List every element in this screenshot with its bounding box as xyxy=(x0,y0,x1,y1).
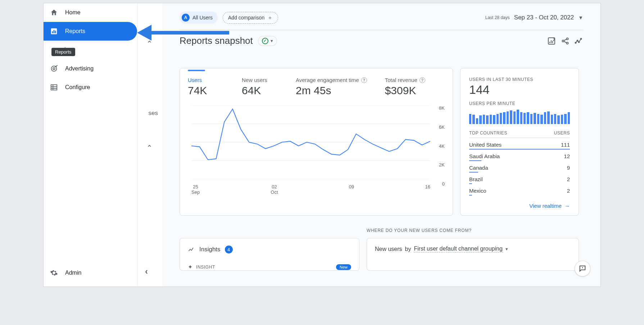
metric-revenue-value: $309K xyxy=(385,84,425,97)
nav-configure[interactable]: Configure xyxy=(44,78,137,97)
insights-spark-icon xyxy=(188,246,195,253)
metric-new-users[interactable]: New users 64K xyxy=(242,77,278,97)
col-top-countries: TOP COUNTRIES xyxy=(469,131,507,136)
svg-rect-2 xyxy=(54,30,55,33)
metric-revenue[interactable]: Total revenue? $309K xyxy=(385,77,425,97)
realtime-card: USERS IN LAST 30 MINUTES 144 USERS PER M… xyxy=(460,68,579,216)
users-line-chart: 8K6K4K2K0 25Sep02Oct0916 xyxy=(188,105,445,195)
realtime-country-row: Mexico2 xyxy=(469,184,570,196)
view-realtime-label: View realtime xyxy=(529,203,562,209)
help-icon[interactable]: ? xyxy=(419,77,425,83)
svg-rect-3 xyxy=(55,31,56,33)
realtime-table-header: TOP COUNTRIES USERS xyxy=(469,131,570,138)
realtime-subheading: USERS PER MINUTE xyxy=(469,101,570,106)
nav-configure-label: Configure xyxy=(65,84,90,91)
sparkle-icon: ✦ xyxy=(188,264,192,270)
audience-badge: A xyxy=(182,14,190,22)
metric-engagement[interactable]: Average engagement time? 2m 45s xyxy=(296,77,367,97)
nav-admin-label: Admin xyxy=(65,270,81,276)
svg-rect-1 xyxy=(52,31,53,33)
channels-dimension-picker[interactable]: New users by First user default channel … xyxy=(375,246,508,252)
comparison-bar: A All Users Add comparison ＋ Last 28 day… xyxy=(180,10,583,25)
plus-icon: ＋ xyxy=(267,14,273,21)
add-comparison-button[interactable]: Add comparison ＋ xyxy=(223,12,278,24)
col-users: USERS xyxy=(554,131,570,136)
target-icon xyxy=(50,65,58,73)
nav-home[interactable]: Home xyxy=(44,3,137,22)
reports-tooltip: Reports xyxy=(51,48,75,56)
date-range-value: Sep 23 - Oct 20, 2022 xyxy=(514,14,574,21)
share-icon[interactable] xyxy=(561,37,570,45)
nav-reports-label: Reports xyxy=(65,28,85,35)
realtime-country-row: Brazil2 xyxy=(469,173,570,184)
channels-prefix: New users xyxy=(375,246,402,252)
svg-point-5 xyxy=(53,68,55,70)
metric-users[interactable]: Users 74K xyxy=(188,77,224,97)
add-comparison-label: Add comparison xyxy=(228,15,264,20)
date-range-picker[interactable]: Last 28 days Sep 23 - Oct 20, 2022 ▼ xyxy=(485,14,583,21)
new-badge: New xyxy=(336,264,351,270)
nav-advertising[interactable]: Advertising xyxy=(44,59,137,78)
back-chevron-icon[interactable]: ‹ xyxy=(145,266,148,276)
metric-revenue-label: Total revenue xyxy=(385,77,417,83)
nav-admin[interactable]: Admin xyxy=(44,264,137,282)
channels-card: New users by First user default channel … xyxy=(367,238,579,271)
insights-count-badge: 4 xyxy=(225,246,233,253)
insights-card: Insights 4 ✦ INSIGHT New xyxy=(180,238,359,271)
realtime-country-row: Canada9 xyxy=(469,161,570,173)
side-navigation: Home Reports lore Advertising Configure … xyxy=(44,3,137,287)
feedback-icon xyxy=(579,265,586,273)
svg-point-13 xyxy=(579,41,580,42)
svg-rect-6 xyxy=(51,85,57,90)
section-heading-new-users: WHERE DO YOUR NEW USERS COME FROM? xyxy=(367,228,583,233)
gear-icon xyxy=(50,269,58,277)
channels-dimension: First user default channel grouping xyxy=(414,246,502,252)
caret-down-icon: ▾ xyxy=(271,38,273,44)
view-realtime-link[interactable]: View realtime → xyxy=(529,196,570,209)
audience-pill-label: All Users xyxy=(192,15,213,20)
realtime-heading: USERS IN LAST 30 MINUTES xyxy=(469,77,570,82)
insights-title: Insights xyxy=(199,246,221,253)
svg-point-14 xyxy=(581,38,582,39)
help-icon[interactable]: ? xyxy=(361,77,367,83)
users-per-minute-sparkline xyxy=(469,110,570,124)
customize-report-icon[interactable] xyxy=(547,37,556,45)
realtime-country-row: United States111 xyxy=(469,138,570,150)
audience-pill-all-users[interactable]: A All Users xyxy=(180,12,218,24)
truncated-text: ses xyxy=(137,110,162,117)
feedback-fab[interactable] xyxy=(575,261,590,276)
realtime-users-value: 144 xyxy=(469,83,570,97)
report-status-chip[interactable]: ✓ ▾ xyxy=(258,36,277,46)
overview-card: Users 74K New users 64K Average engageme… xyxy=(180,68,453,216)
nav-reports[interactable]: Reports xyxy=(44,22,137,41)
insights-icon[interactable] xyxy=(575,37,583,45)
metric-new-users-value: 64K xyxy=(242,84,278,97)
caret-down-icon: ▾ xyxy=(505,246,508,252)
divider xyxy=(180,30,583,30)
annotation-arrow xyxy=(137,25,231,39)
metric-new-users-label: New users xyxy=(242,77,278,83)
main-content: A All Users Add comparison ＋ Last 28 day… xyxy=(162,3,600,287)
caret-down-icon: ▼ xyxy=(578,15,583,20)
insight-sub-label: INSIGHT xyxy=(196,265,215,270)
realtime-country-row: Saudi Arabia12 xyxy=(469,150,570,161)
title-bar: Reports snapshot ✓ ▾ xyxy=(180,35,583,46)
metric-engagement-value: 2m 45s xyxy=(296,84,367,97)
date-range-label: Last 28 days xyxy=(485,15,510,20)
metric-users-value: 74K xyxy=(188,84,224,97)
home-icon xyxy=(50,9,58,17)
nav-advertising-label: Advertising xyxy=(65,65,94,72)
channels-by: by xyxy=(405,246,411,252)
chevron-up-icon[interactable]: ⌃ xyxy=(146,143,153,152)
metric-users-label: Users xyxy=(188,77,224,83)
check-circle-icon: ✓ xyxy=(262,38,268,44)
svg-point-11 xyxy=(575,42,576,43)
arrow-right-icon: → xyxy=(564,203,570,209)
svg-point-12 xyxy=(577,40,578,41)
table-icon xyxy=(50,83,58,91)
nav-home-label: Home xyxy=(65,9,81,16)
bar-chart-icon xyxy=(50,27,58,35)
metric-engagement-label: Average engagement time xyxy=(296,77,359,83)
secondary-column: ⌃ ses ⌃ ‹ xyxy=(137,3,162,287)
